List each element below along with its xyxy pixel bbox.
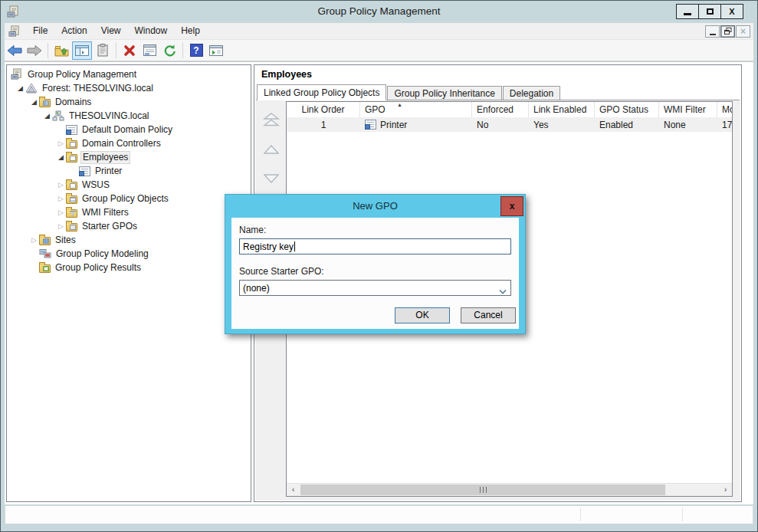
tree-item-root[interactable]: Group Policy Management: [7, 67, 251, 81]
back-button[interactable]: [5, 41, 24, 60]
scrollbar-thumb[interactable]: [300, 484, 665, 495]
delete-button[interactable]: [120, 41, 139, 60]
expander-icon[interactable]: ◢: [42, 109, 52, 123]
expander-icon[interactable]: ▷: [56, 178, 66, 192]
toolbar-separator: [48, 43, 48, 58]
status-bar: [5, 505, 753, 524]
expander-icon[interactable]: ▷: [56, 219, 66, 233]
tab-delegation[interactable]: Delegation: [503, 86, 560, 100]
paste-button[interactable]: [94, 41, 112, 60]
column-modified[interactable]: Mo: [717, 102, 732, 117]
tree-item-default-domain-policy[interactable]: Default Domain Policy: [7, 123, 251, 136]
tree-item-wsus[interactable]: ▷ WSUS: [7, 178, 251, 192]
tree-item-employees[interactable]: ◢ Employees: [7, 150, 251, 164]
column-link-enabled[interactable]: Link Enabled: [529, 102, 595, 117]
tree-label: Forest: THESOLVING.local: [42, 83, 153, 94]
down-arrow-icon: [264, 174, 279, 183]
gpo-name-input[interactable]: Registry key: [239, 238, 511, 255]
tree-item-sites[interactable]: ▷ Sites: [7, 233, 251, 247]
dialog-close-button[interactable]: x: [500, 196, 523, 216]
menu-help[interactable]: Help: [174, 23, 207, 39]
menu-action[interactable]: Action: [54, 23, 94, 39]
new-window-button[interactable]: [207, 41, 225, 60]
show-console-tree-button[interactable]: [72, 41, 92, 60]
ok-button[interactable]: OK: [395, 307, 450, 323]
expander-icon[interactable]: ▷: [56, 136, 66, 150]
up-one-level-button[interactable]: [52, 41, 71, 60]
gpo-folder-icon: [66, 193, 77, 204]
status-divider: [580, 508, 581, 521]
titlebar[interactable]: Group Policy Management X: [0, 0, 758, 23]
properties-button[interactable]: [140, 41, 159, 60]
mdi-close-button[interactable]: ×: [736, 25, 750, 38]
scroll-left-button[interactable]: ‹: [287, 484, 300, 496]
minimize-icon: [684, 13, 691, 15]
ou-folder-icon: [66, 179, 77, 190]
maximize-button[interactable]: [698, 4, 721, 19]
cell-gpo-status: Enabled: [595, 117, 659, 132]
dialog-buttons: OK Cancel: [384, 307, 516, 323]
scroll-right-button[interactable]: ›: [719, 484, 732, 496]
ou-folder-icon: [66, 152, 77, 163]
expander-icon[interactable]: ▷: [56, 192, 66, 205]
list-header: Link Order GPO▲ Enforced Link Enabled GP…: [287, 102, 732, 117]
expander-icon[interactable]: ◢: [29, 95, 39, 109]
forward-arrow-icon: [27, 44, 42, 57]
table-row[interactable]: 1 Printer No Yes Enabled None 17.: [287, 117, 732, 132]
forest-icon: [25, 83, 38, 94]
column-gpo-status[interactable]: GPO Status: [595, 102, 659, 117]
tab-linked-group-policy-objects[interactable]: Linked Group Policy Objects: [257, 84, 386, 100]
column-link-order[interactable]: Link Order: [287, 102, 360, 117]
move-up-button[interactable]: [264, 143, 279, 157]
column-wmi-filter[interactable]: WMI Filter: [659, 102, 717, 117]
tree-item-group-policy-results[interactable]: Group Policy Results: [7, 261, 251, 274]
refresh-button[interactable]: [160, 41, 179, 60]
tree-label: WMI Filters: [82, 207, 129, 218]
tab-group-policy-inheritance[interactable]: Group Policy Inheritance: [387, 86, 501, 100]
move-to-top-button[interactable]: [263, 113, 280, 130]
gpo-icon: [79, 166, 90, 176]
tree-item-printer[interactable]: Printer: [7, 164, 251, 178]
column-gpo[interactable]: GPO▲: [360, 102, 472, 117]
status-divider: [682, 508, 683, 521]
expander-icon[interactable]: ▷: [56, 205, 66, 219]
chevron-down-icon: [499, 285, 507, 297]
expander-icon[interactable]: ◢: [56, 150, 66, 164]
tree-item-group-policy-modeling[interactable]: Group Policy Modeling: [7, 247, 251, 261]
new-gpo-dialog: New GPO x Name: Registry key Source Star…: [225, 194, 526, 334]
expander-icon[interactable]: ▷: [29, 233, 39, 247]
cell-link-order: 1: [287, 117, 360, 132]
cancel-button[interactable]: Cancel: [461, 307, 516, 323]
console-tree-panel: Group Policy Management ◢ Forest: THESOL…: [6, 64, 251, 502]
tree-item-domain-controllers[interactable]: ▷ Domain Controllers: [7, 136, 251, 150]
tree-item-domain-thesolving[interactable]: ◢ THESOLVING.local: [7, 109, 251, 123]
source-starter-gpo-select[interactable]: (none): [239, 280, 511, 296]
help-button[interactable]: ?: [187, 41, 205, 60]
tree-item-domains[interactable]: ◢ Domains: [7, 95, 251, 109]
clipboard-icon: [97, 44, 108, 57]
tree-label: Domain Controllers: [82, 138, 161, 149]
mdi-restore-icon: [724, 28, 732, 35]
tree-label: Printer: [95, 166, 122, 176]
results-pane-title: Employees: [254, 65, 741, 82]
close-button[interactable]: X: [720, 4, 743, 19]
column-enforced[interactable]: Enforced: [472, 102, 529, 117]
text-caret: [294, 241, 295, 251]
results-folder-icon: [39, 262, 51, 273]
tree-item-group-policy-objects[interactable]: ▷ Group Policy Objects: [7, 192, 251, 205]
menu-view[interactable]: View: [94, 23, 128, 39]
tree-item-starter-gpos[interactable]: ▷ Starter GPOs: [7, 219, 251, 233]
tree-item-forest[interactable]: ◢ Forest: THESOLVING.local: [7, 81, 251, 95]
mdi-restore-button[interactable]: [720, 25, 735, 38]
expander-icon[interactable]: ◢: [15, 81, 25, 95]
forward-button[interactable]: [25, 41, 44, 60]
menu-file[interactable]: File: [26, 23, 54, 39]
mdi-minimize-button[interactable]: [705, 25, 720, 38]
gpmc-console-icon: [8, 25, 21, 38]
horizontal-scrollbar[interactable]: ‹ ›: [287, 483, 732, 496]
tree-item-wmi-filters[interactable]: ▷ WMI Filters: [7, 205, 251, 219]
move-down-button[interactable]: [264, 172, 279, 186]
toolbar-separator: [116, 43, 116, 58]
minimize-button[interactable]: [676, 4, 699, 19]
menu-window[interactable]: Window: [128, 23, 175, 39]
